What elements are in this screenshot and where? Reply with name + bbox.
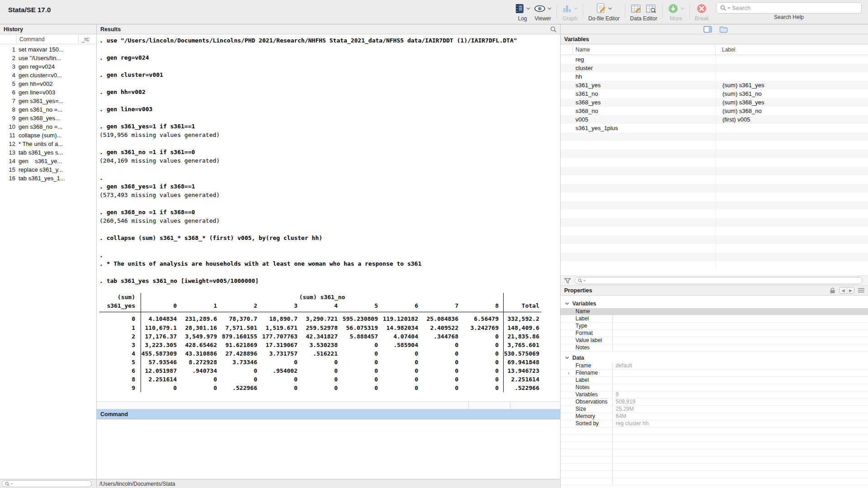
history-row[interactable]: 4 gen cluster=v0... (0, 71, 96, 80)
dofile-editor-button[interactable]: Do-file Editor (588, 2, 619, 22)
variable-row-empty[interactable] (561, 218, 868, 227)
variables-col-name[interactable]: Name (573, 44, 716, 55)
property-row[interactable]: › Notes (561, 384, 868, 391)
menu-icon[interactable] (858, 288, 864, 293)
property-row[interactable]: › Notes (561, 344, 868, 352)
property-row-empty[interactable]: › (561, 478, 868, 485)
property-row[interactable]: › Sorted by reg cluster hh (561, 420, 868, 427)
variable-row-empty[interactable] (561, 141, 868, 150)
break-button[interactable]: Break (695, 2, 709, 22)
property-row-empty[interactable]: › (561, 471, 868, 478)
data-editor-button[interactable]: Data Editor (630, 2, 657, 22)
property-row[interactable]: › Value label (561, 337, 868, 344)
history-row[interactable]: 11 collapse (sum)... (0, 131, 96, 140)
history-row[interactable]: 7 gen s361_yes=... (0, 97, 96, 105)
property-row[interactable]: › Name (561, 308, 868, 315)
property-row-empty[interactable]: › (561, 449, 868, 456)
chevron-right-icon[interactable]: › (568, 370, 570, 376)
property-row-empty[interactable]: › (561, 427, 868, 435)
history-row[interactable]: 16 tab s361_yes_1... (0, 174, 96, 183)
graph-chevron-icon[interactable] (574, 7, 578, 10)
search-chevron-icon[interactable] (727, 7, 731, 9)
history-row[interactable]: 14 gen s361_ye... (0, 157, 96, 165)
variables-col-label[interactable]: Label (716, 47, 735, 53)
log-button[interactable]: Log (514, 2, 530, 22)
variable-row-empty[interactable] (561, 175, 868, 184)
property-row[interactable]: › Type (561, 323, 868, 330)
history-row[interactable]: 2 use "/Users/lin... (0, 54, 96, 62)
property-row-empty[interactable]: › (561, 435, 868, 442)
property-row[interactable]: › Format (561, 330, 868, 337)
dofile-chevron-icon[interactable] (608, 7, 612, 10)
variable-row-empty[interactable] (561, 132, 868, 141)
history-row[interactable]: 3 gen reg=v024 (0, 62, 96, 71)
history-filter-box[interactable] (2, 480, 92, 487)
variable-row-empty[interactable] (561, 235, 868, 244)
history-filter-input[interactable] (14, 481, 89, 487)
more-button[interactable]: More (668, 2, 684, 22)
history-row[interactable]: 5 gen hh=v002 (0, 80, 96, 88)
data-editor-edit-icon[interactable] (631, 3, 642, 14)
search-chevron-icon[interactable] (583, 280, 586, 282)
variables-filter-input[interactable] (587, 278, 859, 283)
variable-row[interactable]: reg (561, 55, 868, 64)
variable-row-empty[interactable] (561, 150, 868, 158)
variable-row-empty[interactable] (561, 192, 868, 201)
history-row[interactable]: 6 gen line=v003 (0, 88, 96, 97)
variable-row[interactable]: s368_no (sum) s368_no (561, 107, 868, 115)
more-chevron-icon[interactable] (680, 7, 684, 10)
search-chevron-icon[interactable] (10, 483, 13, 485)
property-row[interactable]: › Label (561, 377, 868, 384)
folder-icon[interactable] (719, 26, 728, 33)
variable-row-empty[interactable] (561, 167, 868, 175)
variable-row[interactable]: s361_yes_1plus (561, 124, 868, 132)
horizontal-scrollbar[interactable] (97, 401, 560, 409)
history-row[interactable]: 15 replace s361_y... (0, 165, 96, 174)
variable-row-empty[interactable] (561, 184, 868, 192)
search-input[interactable] (732, 5, 858, 11)
variable-row-empty[interactable] (561, 244, 868, 253)
history-col-rc[interactable]: _rc (78, 34, 96, 44)
variable-row[interactable]: hh (561, 72, 868, 81)
log-chevron-icon[interactable] (526, 7, 530, 10)
properties-section-header[interactable]: Data (561, 353, 868, 362)
toolbar-search-box[interactable] (716, 2, 862, 14)
variable-row-empty[interactable] (561, 210, 868, 218)
graph-button[interactable]: Graph (562, 2, 578, 22)
viewer-chevron-icon[interactable] (547, 7, 552, 10)
variable-row[interactable]: cluster (561, 64, 868, 72)
property-row[interactable]: › Frame default (561, 362, 868, 370)
variable-row[interactable]: v005 (first) v005 (561, 115, 868, 124)
property-row[interactable]: › Filename (561, 370, 868, 377)
variable-row[interactable]: s368_yes (sum) s368_yes (561, 98, 868, 107)
viewer-button[interactable]: Viewer (534, 2, 552, 22)
variable-row[interactable]: s361_no (sum) s361_no (561, 89, 868, 98)
history-row[interactable]: 9 gen s368_yes... (0, 114, 96, 122)
history-col-command[interactable]: Command (16, 34, 78, 44)
property-row-empty[interactable]: › (561, 456, 868, 464)
variable-row-empty[interactable] (561, 227, 868, 235)
property-row-empty[interactable]: › (561, 442, 868, 449)
back-arrow-icon[interactable]: ◀ (840, 287, 847, 293)
dock-panel-icon[interactable] (703, 26, 712, 33)
history-row[interactable]: 10 gen s368_no =... (0, 122, 96, 131)
property-row[interactable]: › Observations 509,919 (561, 399, 868, 406)
filter-icon[interactable] (564, 278, 571, 284)
forward-arrow-icon[interactable]: ▶ (847, 287, 854, 293)
history-row[interactable]: 13 tab s361_yes s... (0, 148, 96, 157)
variable-row[interactable]: s361_yes (sum) s361_yes (561, 81, 868, 89)
properties-section-header[interactable]: Variables (561, 299, 868, 308)
history-row[interactable]: 12 * The units of a... (0, 140, 96, 148)
property-row[interactable]: › Variables 9 (561, 391, 868, 399)
property-row[interactable]: › Size 25.29M (561, 406, 868, 413)
variable-row-empty[interactable] (561, 253, 868, 261)
lock-icon[interactable] (830, 287, 835, 294)
property-row[interactable]: › Memory 64M (561, 413, 868, 420)
variable-row-empty[interactable] (561, 201, 868, 210)
variable-row-empty[interactable] (561, 158, 868, 167)
property-row-empty[interactable]: › (561, 464, 868, 471)
history-row[interactable]: 8 gen s361_no =... (0, 105, 96, 114)
command-input[interactable] (97, 419, 560, 479)
data-editor-browse-icon[interactable] (646, 3, 656, 14)
results-search-icon[interactable] (550, 26, 557, 33)
